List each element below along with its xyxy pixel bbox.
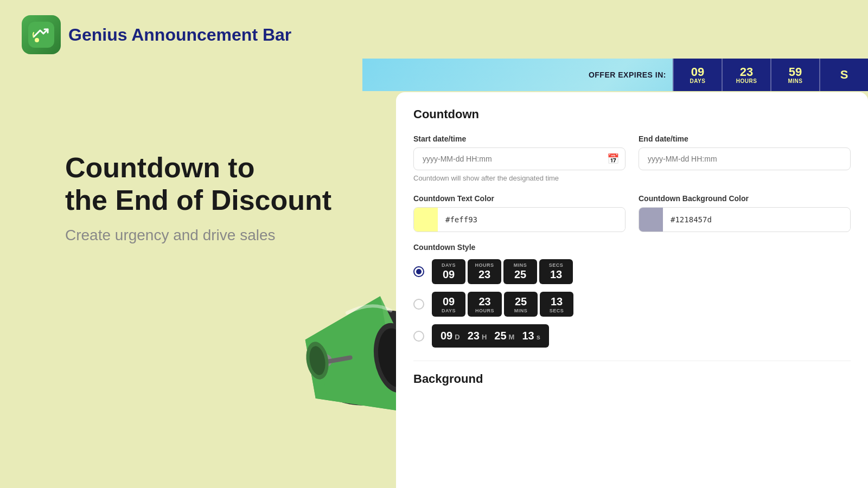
countdown-section-title: Countdown (413, 107, 851, 121)
countdown-tile-secs: S (819, 59, 868, 91)
hero-title: Countdown to the End of Discount (65, 152, 331, 217)
start-date-input[interactable] (413, 147, 626, 170)
text-color-text-input[interactable] (438, 210, 625, 229)
countdown-display-style-3: 09D 23H 25M 13s (432, 324, 549, 348)
hours-label: HOURS (736, 78, 757, 84)
countdown-display-style-2: 09 DAYS 23 HOURS 25 MINS 13 SECS (432, 292, 573, 317)
cd2-secs: 13 SECS (540, 292, 573, 317)
app-header: Genius Announcement Bar (22, 15, 291, 54)
countdown-tile-days: 09 DAYS (673, 59, 722, 91)
secs-value: S (840, 69, 848, 81)
hero-subtitle: Create urgency and drive sales (65, 227, 331, 244)
svg-rect-0 (28, 22, 54, 48)
announcement-bar: OFFER EXPIRES IN: 09 DAYS 23 HOURS 59 MI… (362, 59, 868, 91)
days-value: 09 (691, 66, 704, 78)
hours-value: 23 (740, 66, 753, 78)
date-row: Start date/time 📅 Countdown will show af… (413, 134, 851, 183)
style-option-2: 09 DAYS 23 HOURS 25 MINS 13 SECS (413, 292, 851, 317)
start-date-label: Start date/time (413, 134, 626, 143)
cd2-hours: 23 HOURS (468, 292, 502, 317)
background-section: Background (413, 361, 851, 386)
countdown-tiles: 09 DAYS 23 HOURS 59 MINS S (673, 59, 868, 91)
style-option-1: DAYS 09 HOURS 23 MINS 25 SECS 13 (413, 259, 851, 284)
cd1-mins: MINS 25 (503, 259, 537, 284)
bg-color-group: Countdown Background Color (639, 194, 851, 232)
mins-value: 59 (789, 66, 802, 78)
svg-point-1 (35, 38, 39, 42)
bg-color-input-group (639, 207, 851, 232)
start-date-input-wrapper: 📅 (413, 147, 626, 170)
countdown-display-style-1: DAYS 09 HOURS 23 MINS 25 SECS 13 (432, 259, 573, 284)
text-color-label: Countdown Text Color (413, 194, 626, 203)
style-option-3: 09D 23H 25M 13s (413, 324, 851, 348)
app-logo (22, 15, 61, 54)
app-title: Genius Announcement Bar (68, 25, 291, 45)
days-label: DAYS (690, 78, 706, 84)
cd2-mins: 25 MINS (504, 292, 538, 317)
start-date-hint: Countdown will show after the designated… (413, 174, 626, 183)
countdown-style-label: Countdown Style (413, 243, 851, 252)
color-row: Countdown Text Color Countdown Backgroun… (413, 194, 851, 232)
cd1-hours: HOURS 23 (468, 259, 501, 284)
end-date-input-wrapper (639, 147, 851, 170)
text-color-input-group (413, 207, 626, 232)
offer-label: OFFER EXPIRES IN: (589, 70, 666, 79)
end-date-group: End date/time (639, 134, 851, 183)
mins-label: MINS (788, 78, 803, 84)
end-date-label: End date/time (639, 134, 851, 143)
bg-color-text-input[interactable] (663, 210, 850, 229)
cd1-secs: SECS 13 (539, 259, 573, 284)
style-radio-3[interactable] (413, 331, 424, 342)
end-date-input[interactable] (639, 147, 851, 170)
style-radio-2[interactable] (413, 299, 424, 310)
bg-color-label: Countdown Background Color (639, 194, 851, 203)
countdown-tile-hours: 23 HOURS (722, 59, 770, 91)
cd1-days: DAYS 09 (432, 259, 465, 284)
text-color-group: Countdown Text Color (413, 194, 626, 232)
text-color-swatch[interactable] (414, 208, 438, 232)
style-radio-1[interactable] (413, 266, 424, 277)
countdown-tile-mins: 59 MINS (770, 59, 819, 91)
right-panel: Countdown Start date/time 📅 Countdown wi… (396, 92, 868, 488)
bg-color-swatch[interactable] (639, 208, 663, 232)
start-date-group: Start date/time 📅 Countdown will show af… (413, 134, 626, 183)
background-section-title: Background (413, 372, 851, 386)
cd2-days: 09 DAYS (432, 292, 465, 317)
hero-section: Countdown to the End of Discount Create … (65, 152, 331, 244)
countdown-style-section: Countdown Style DAYS 09 HOURS 23 MINS 25 (413, 243, 851, 348)
